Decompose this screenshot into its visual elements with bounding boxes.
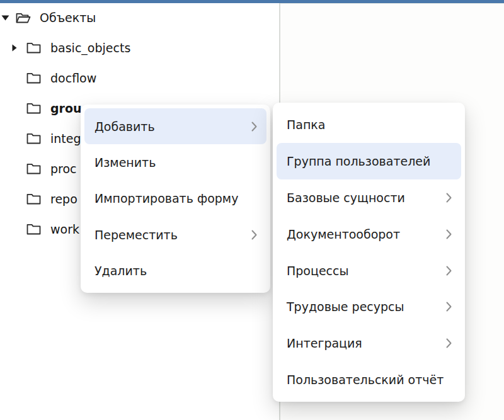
folder-icon — [26, 72, 43, 84]
folder-icon — [26, 42, 43, 54]
menu-item-delete[interactable]: Удалить — [84, 253, 266, 289]
submenu-item-base-entities[interactable]: Базовые сущности — [277, 179, 461, 216]
tree-item-label: Объекты — [40, 11, 96, 25]
chevron-right-icon — [446, 266, 452, 276]
menu-item-label: Импортировать форму — [94, 191, 238, 205]
folder-icon — [26, 103, 43, 114]
chevron-right-icon — [251, 122, 257, 132]
menu-item-label: Добавить — [94, 120, 155, 133]
triangle-right-icon[interactable] — [12, 44, 26, 52]
tree-item-label: docflow — [50, 71, 96, 85]
add-submenu: Папка Группа пользователей Базовые сущно… — [273, 103, 465, 402]
menu-item-label: Процессы — [287, 264, 349, 278]
folder-icon — [26, 193, 43, 205]
menu-item-label: Интеграция — [287, 336, 362, 350]
submenu-item-custom-report[interactable]: Пользовательский отчёт — [277, 361, 461, 398]
submenu-item-labor-resources[interactable]: Трудовые ресурсы — [277, 288, 461, 325]
folder-icon — [26, 163, 43, 174]
tree-item-label: work — [50, 222, 79, 236]
tree-item-label: integ — [50, 132, 81, 145]
submenu-item-docflow[interactable]: Документооборот — [277, 216, 461, 253]
menu-item-edit[interactable]: Изменить — [84, 144, 266, 180]
tree-item-objects[interactable]: Объекты — [0, 3, 277, 33]
tree-item-label: repo — [50, 192, 77, 206]
submenu-item-user-group[interactable]: Группа пользователей — [277, 143, 461, 179]
submenu-item-processes[interactable]: Процессы — [277, 253, 461, 289]
chevron-right-icon — [446, 338, 452, 348]
menu-item-move[interactable]: Переместить — [84, 217, 266, 253]
triangle-down-icon[interactable] — [1, 15, 16, 21]
menu-item-import-form[interactable]: Импортировать форму — [84, 181, 266, 217]
tree-item-label: basic_objects — [50, 41, 130, 55]
menu-item-label: Документооборот — [287, 227, 400, 241]
menu-item-add[interactable]: Добавить — [84, 108, 266, 144]
menu-item-label: Удалить — [94, 264, 147, 278]
tree-item-label: grou — [50, 101, 82, 115]
menu-item-label: Базовые сущности — [287, 191, 405, 205]
chevron-right-icon — [446, 302, 452, 312]
menu-item-label: Группа пользователей — [287, 154, 430, 168]
tree-item-label: proc — [50, 162, 77, 176]
chevron-right-icon — [251, 230, 257, 240]
menu-item-label: Переместить — [94, 228, 178, 242]
menu-item-label: Пользовательский отчёт — [287, 373, 444, 387]
chevron-right-icon — [446, 193, 452, 203]
tree-item-basic-objects[interactable]: basic_objects — [0, 33, 277, 63]
folder-icon — [26, 224, 43, 235]
folder-open-icon — [16, 12, 32, 24]
menu-item-label: Изменить — [94, 156, 156, 169]
tree-item-docflow[interactable]: docflow — [0, 63, 277, 93]
chevron-right-icon — [446, 229, 452, 239]
menu-item-label: Папка — [287, 118, 325, 132]
app-window: Объекты basic_objects docflow — [0, 0, 504, 420]
menu-item-label: Трудовые ресурсы — [287, 300, 404, 314]
context-menu: Добавить Изменить Импортировать форму Пе… — [81, 105, 270, 293]
folder-icon — [26, 133, 43, 144]
submenu-item-integration[interactable]: Интеграция — [277, 325, 461, 361]
submenu-item-folder[interactable]: Папка — [277, 106, 461, 143]
